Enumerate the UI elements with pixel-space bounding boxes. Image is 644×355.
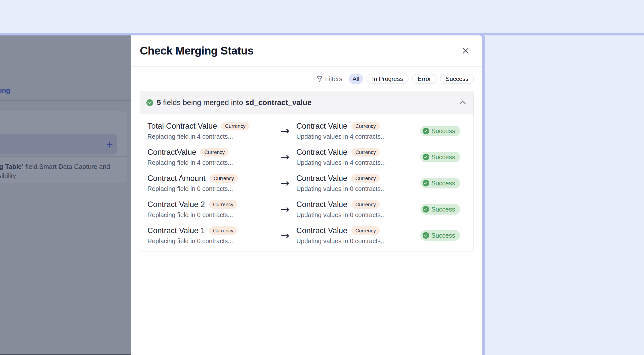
success-check-icon — [423, 154, 429, 160]
source-type-badge: Currency — [210, 174, 238, 183]
source-field: Total Contract Value Currency Replacing … — [147, 122, 280, 140]
target-status-text: Updating values in 4 contracts... — [296, 159, 414, 166]
status-badge: Success — [420, 178, 460, 188]
source-field: Contract Amount Currency Replacing field… — [147, 174, 280, 192]
source-status-text: Replacing field in 0 contracts... — [147, 237, 280, 245]
source-field-name: Total Contract Value — [147, 122, 217, 131]
target-field-name: Contract Value — [296, 148, 347, 157]
merge-group-card: 5 fields being merged into sd_contract_v… — [140, 91, 474, 251]
target-type-badge: Currency — [351, 226, 380, 235]
source-status-text: Replacing field in 4 contracts... — [147, 133, 280, 140]
close-button[interactable] — [460, 45, 471, 56]
target-field-name: Contract Value — [296, 174, 347, 183]
status-badge: Success — [420, 230, 460, 241]
filter-funnel-icon — [316, 76, 323, 82]
filters-button[interactable]: Filters — [316, 75, 342, 83]
success-check-icon — [423, 180, 429, 186]
target-field-name: Contract Value — [296, 122, 347, 131]
filters-label: Filters — [325, 75, 342, 83]
merge-group-header[interactable]: 5 fields being merged into sd_contract_v… — [140, 91, 473, 114]
source-field-name: Contract Value 2 — [147, 200, 205, 209]
source-status-text: Replacing field in 0 contracts... — [147, 211, 280, 219]
modal-header: Check Merging Status — [131, 35, 482, 67]
target-status-text: Updating values in 4 contracts... — [296, 133, 414, 140]
filter-pill-all[interactable]: All — [349, 74, 363, 84]
source-field: Contract Value 2 Currency Replacing fiel… — [147, 200, 280, 219]
source-type-badge: Currency — [209, 200, 237, 209]
modal-title: Check Merging Status — [140, 44, 254, 57]
backdrop-bottom-strip — [0, 354, 131, 355]
source-type-badge: Currency — [209, 226, 237, 235]
target-field: Contract Value Currency Updating values … — [296, 200, 414, 219]
dimmed-backdrop: ing + ing Table’ field.Smart Data Captur… — [0, 35, 131, 355]
source-field-name: Contract Amount — [147, 174, 206, 183]
success-check-icon — [423, 128, 429, 134]
source-field-name: ContractValue — [147, 148, 196, 157]
merge-arrow-icon: → — [280, 230, 290, 241]
merge-row: ContractValue Currency Replacing field i… — [147, 144, 466, 170]
target-status-text: Updating values in 0 contracts... — [296, 185, 414, 192]
target-type-badge: Currency — [351, 122, 380, 130]
source-field-name: Contract Value 1 — [147, 226, 205, 235]
group-count: 5 — [157, 98, 161, 107]
merge-row: Contract Value 1 Currency Replacing fiel… — [147, 222, 466, 248]
target-field: Contract Value Currency Updating values … — [296, 226, 414, 245]
backdrop-top-band — [0, 35, 131, 59]
status-label: Success — [431, 154, 455, 161]
status-badge: Success — [420, 126, 460, 136]
filter-pill-success[interactable]: Success — [440, 74, 474, 84]
backdrop-panel: + ing Table’ field.Smart Data Capture an… — [0, 111, 127, 183]
target-type-badge: Currency — [351, 148, 380, 157]
merge-arrow-icon: → — [280, 178, 290, 189]
success-check-icon — [423, 232, 429, 239]
target-field: Contract Value Currency Updating values … — [296, 122, 414, 140]
source-field: Contract Value 1 Currency Replacing fiel… — [147, 226, 280, 245]
merge-arrow-icon: → — [280, 204, 290, 215]
target-type-badge: Currency — [351, 174, 380, 183]
target-status-text: Updating values in 0 contracts... — [296, 211, 414, 219]
backdrop-note-bold: ing Table’ — [0, 163, 23, 170]
backdrop-section: ing — [0, 59, 131, 101]
target-status-text: Updating values in 0 contracts... — [296, 237, 414, 245]
source-field: ContractValue Currency Replacing field i… — [147, 148, 280, 166]
group-success-check-icon — [146, 99, 153, 106]
backdrop-note: ing Table’ field.Smart Data Capture and … — [0, 157, 127, 183]
group-target-field: sd_contract_value — [245, 98, 311, 107]
plus-icon[interactable]: + — [106, 139, 113, 150]
source-type-badge: Currency — [221, 122, 250, 130]
status-label: Success — [431, 206, 455, 213]
backdrop-partial-link[interactable]: ing — [0, 87, 10, 94]
source-status-text: Replacing field in 0 contracts... — [147, 185, 280, 192]
status-badge: Success — [420, 152, 460, 162]
target-field: Contract Value Currency Updating values … — [296, 174, 414, 192]
status-label: Success — [431, 180, 455, 187]
merge-row: Contract Value 2 Currency Replacing fiel… — [147, 196, 466, 222]
source-status-text: Replacing field in 4 contracts... — [147, 159, 280, 166]
status-label: Success — [431, 232, 455, 239]
merge-row: Total Contract Value Currency Replacing … — [147, 118, 466, 144]
target-field-name: Contract Value — [296, 226, 347, 235]
status-label: Success — [431, 127, 455, 135]
status-badge: Success — [420, 204, 460, 215]
merge-arrow-icon: → — [280, 125, 290, 136]
success-check-icon — [423, 206, 429, 213]
backdrop-field-bar[interactable]: + — [0, 134, 117, 155]
group-title: 5 fields being merged into sd_contract_v… — [157, 98, 311, 107]
filters-row: Filters All In Progress Error Success — [140, 74, 474, 84]
close-icon — [462, 47, 470, 55]
merge-row: Contract Amount Currency Replacing field… — [147, 170, 466, 196]
group-middle: fields being merged into — [161, 98, 245, 107]
check-merging-status-modal: Check Merging Status Filters All In Prog… — [131, 33, 485, 355]
source-type-badge: Currency — [200, 148, 229, 157]
target-type-badge: Currency — [351, 200, 380, 209]
target-field-name: Contract Value — [296, 200, 347, 209]
filter-pill-in-progress[interactable]: In Progress — [367, 74, 409, 84]
chevron-up-icon[interactable] — [459, 100, 466, 105]
merge-rows-list: Total Contract Value Currency Replacing … — [140, 114, 473, 251]
backdrop-note-line2: will apply. — [0, 181, 21, 183]
target-field: Contract Value Currency Updating values … — [296, 148, 414, 166]
filter-pill-error[interactable]: Error — [412, 74, 436, 84]
merge-arrow-icon: → — [280, 151, 290, 163]
